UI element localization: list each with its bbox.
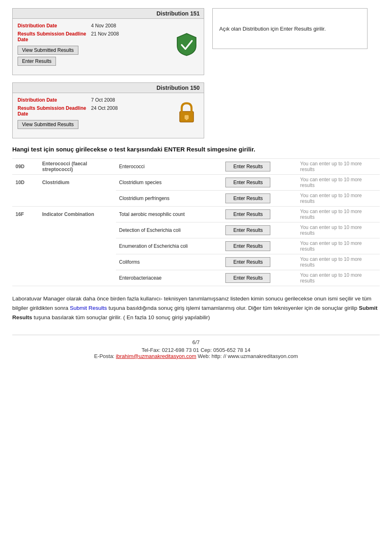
email-link[interactable]: ibrahim@uzmanakreditasyon.com bbox=[116, 353, 196, 359]
dist151-date-label: Distribution Date bbox=[18, 23, 91, 29]
row-info-text: You can enter up to 10 more results bbox=[297, 191, 380, 207]
row-group-name bbox=[39, 222, 116, 238]
submit-results-link[interactable]: Submit Results bbox=[70, 305, 107, 311]
table-row: EnterobacteriaceaeEnter ResultsYou can e… bbox=[12, 270, 380, 286]
table-row: 09DEnterococci (faecal streptococci)Ente… bbox=[12, 159, 380, 175]
table-row: Detection of Escherichia coliEnter Resul… bbox=[12, 222, 380, 238]
row-enter-button-cell: Enter Results bbox=[222, 175, 297, 191]
dist151-enter-results-button[interactable]: Enter Results bbox=[18, 57, 56, 66]
svg-rect-2 bbox=[186, 118, 187, 120]
shield-icon bbox=[174, 33, 199, 56]
enter-results-button[interactable]: Enter Results bbox=[225, 241, 270, 251]
enter-results-button[interactable]: Enter Results bbox=[225, 209, 270, 219]
row-enter-button-cell: Enter Results bbox=[222, 191, 297, 207]
row-code bbox=[12, 222, 39, 238]
dist151-deadline-label: Results Submission Deadline Date bbox=[18, 31, 91, 42]
row-test-name: Detection of Escherichia coli bbox=[116, 222, 223, 238]
row-code bbox=[12, 191, 39, 207]
row-group-name bbox=[39, 270, 116, 286]
table-row: Enumeration of Escherichia coliEnter Res… bbox=[12, 238, 380, 254]
row-code bbox=[12, 238, 39, 254]
footer: 6/7 Tel-Fax: 0212-698 73 01 Cep: 0505-65… bbox=[12, 335, 380, 359]
row-test-name: Clostridium species bbox=[116, 175, 223, 191]
row-test-name: Enumeration of Escherichia coli bbox=[116, 238, 223, 254]
row-enter-button-cell: Enter Results bbox=[222, 207, 297, 222]
dist151-deadline-value: 21 Nov 2008 bbox=[91, 31, 119, 37]
row-group-name bbox=[39, 191, 116, 207]
dist150-deadline-label: Results Submission Deadline Date bbox=[18, 105, 91, 117]
distribution-151-card: Distribution 151 Distribution Date 4 Nov… bbox=[12, 8, 204, 75]
email-line: E-Posta: ibrahim@uzmanakreditasyon.com W… bbox=[12, 353, 380, 359]
row-code: 09D bbox=[12, 159, 39, 175]
para-text3: tuşuna basılarak tüm sonuçlar girilir. (… bbox=[32, 314, 210, 320]
dist150-title: Distribution 150 bbox=[13, 83, 204, 93]
row-info-text: You can enter up to 10 more results bbox=[297, 222, 380, 238]
row-info-text: You can enter up to 10 more results bbox=[297, 207, 380, 222]
enter-results-button[interactable]: Enter Results bbox=[225, 178, 270, 187]
row-test-name: Total aerobic mesophilic count bbox=[116, 207, 223, 222]
dist151-view-results-button[interactable]: View Submitted Results bbox=[18, 46, 78, 55]
page-number: 6/7 bbox=[12, 339, 380, 345]
row-test-name: Clostridium perfringens bbox=[116, 191, 223, 207]
dist150-date-label: Distribution Date bbox=[18, 97, 91, 103]
row-enter-button-cell: Enter Results bbox=[222, 270, 297, 286]
row-info-text: You can enter up to 10 more results bbox=[297, 238, 380, 254]
row-code: 16F bbox=[12, 207, 39, 222]
row-enter-button-cell: Enter Results bbox=[222, 159, 297, 175]
enter-results-button[interactable]: Enter Results bbox=[225, 257, 270, 267]
paragraph-section: Laboratuvar Manager olarak daha önce bir… bbox=[12, 294, 380, 322]
table-row: 16FIndicator CombinationTotal aerobic me… bbox=[12, 207, 380, 222]
row-enter-button-cell: Enter Results bbox=[222, 238, 297, 254]
enter-results-button[interactable]: Enter Results bbox=[225, 162, 270, 171]
enter-results-button[interactable]: Enter Results bbox=[225, 225, 270, 235]
row-test-name: Coliforms bbox=[116, 254, 223, 270]
row-info-text: You can enter up to 10 more results bbox=[297, 175, 380, 191]
row-info-text: You can enter up to 10 more results bbox=[297, 270, 380, 286]
instruction-text: Hangi test için sonuç girilecekse o test… bbox=[12, 146, 380, 153]
row-enter-button-cell: Enter Results bbox=[222, 222, 297, 238]
dist150-deadline-value: 24 Oct 2008 bbox=[91, 105, 118, 111]
row-group-name: Indicator Combination bbox=[39, 207, 116, 222]
web-text: Web: http: // www.uzmanakreditasyon.com bbox=[196, 353, 298, 359]
row-info-text: You can enter up to 10 more results bbox=[297, 254, 380, 270]
enter-results-button[interactable]: Enter Results bbox=[225, 193, 270, 203]
lock-icon bbox=[174, 102, 199, 125]
dist151-note: Açık olan Distribution için Enter Result… bbox=[212, 8, 368, 49]
row-test-name: Enterococci bbox=[116, 159, 223, 175]
tel-fax: Tel-Fax: 0212-698 73 01 Cep: 0505-652 78… bbox=[12, 347, 380, 353]
dist150-date-value: 7 Oct 2008 bbox=[91, 97, 115, 103]
results-table: 09DEnterococci (faecal streptococci)Ente… bbox=[12, 158, 380, 286]
table-row: Clostridium perfringensEnter ResultsYou … bbox=[12, 191, 380, 207]
row-code bbox=[12, 270, 39, 286]
row-group-name: Clostridium bbox=[39, 175, 116, 191]
distribution-150-card: Distribution 150 Distribution Date 7 Oct… bbox=[12, 82, 204, 138]
row-info-text: You can enter up to 10 more results bbox=[297, 159, 380, 175]
dist151-title: Distribution 151 bbox=[13, 9, 204, 19]
row-code bbox=[12, 254, 39, 270]
dist150-view-results-button[interactable]: View Submitted Results bbox=[18, 120, 78, 129]
row-test-name: Enterobacteriaceae bbox=[116, 270, 223, 286]
dist151-date-value: 4 Nov 2008 bbox=[91, 23, 116, 29]
email-label: E-Posta: bbox=[94, 353, 116, 359]
row-code: 10D bbox=[12, 175, 39, 191]
table-row: ColiformsEnter ResultsYou can enter up t… bbox=[12, 254, 380, 270]
row-group-name bbox=[39, 238, 116, 254]
table-row: 10DClostridiumClostridium speciesEnter R… bbox=[12, 175, 380, 191]
para-text2: tuşuna basıldığında sonuç giriş işlemi t… bbox=[107, 305, 359, 311]
row-group-name: Enterococci (faecal streptococci) bbox=[39, 159, 116, 175]
enter-results-button[interactable]: Enter Results bbox=[225, 273, 270, 283]
row-group-name bbox=[39, 254, 116, 270]
row-enter-button-cell: Enter Results bbox=[222, 254, 297, 270]
